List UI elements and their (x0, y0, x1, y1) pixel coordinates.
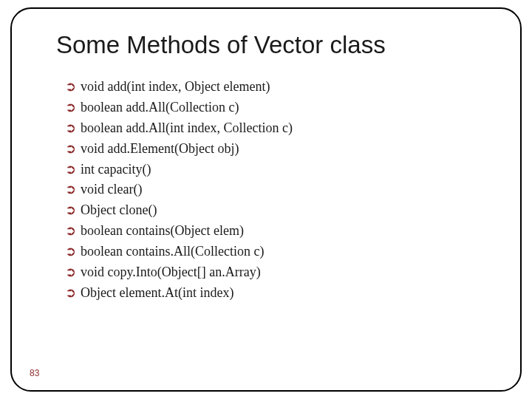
method-text: Object clone() (81, 200, 157, 221)
slide-title: Some Methods of Vector class (56, 31, 491, 59)
method-text: void add(int index, Object element) (81, 77, 270, 98)
method-text: Object element.At(int index) (81, 283, 233, 304)
bullet-icon: ➲ (65, 242, 76, 262)
list-item: ➲ void add.Element(Object obj) (65, 139, 491, 160)
method-text: boolean add.All(Collection c) (81, 98, 239, 118)
list-item: ➲ boolean contains(Object elem) (65, 221, 491, 242)
bullet-icon: ➲ (65, 262, 76, 283)
bullet-icon: ➲ (65, 139, 76, 160)
list-item: ➲ boolean contains.All(Collection c) (65, 242, 491, 262)
bullet-icon: ➲ (65, 200, 76, 221)
list-item: ➲ int capacity() (65, 160, 491, 180)
list-item: ➲ void copy.Into(Object[] an.Array) (65, 262, 491, 283)
method-text: boolean contains.All(Collection c) (81, 242, 264, 262)
bullet-icon: ➲ (65, 180, 76, 200)
method-list: ➲ void add(int index, Object element) ➲ … (56, 77, 491, 304)
bullet-icon: ➲ (65, 118, 76, 139)
method-text: boolean add.All(int index, Collection c) (81, 118, 293, 139)
method-text: void add.Element(Object obj) (81, 139, 239, 160)
method-text: void copy.Into(Object[] an.Array) (81, 262, 261, 283)
bullet-icon: ➲ (65, 77, 76, 98)
page-number: 83 (30, 368, 39, 378)
method-text: int capacity() (81, 160, 151, 180)
bullet-icon: ➲ (65, 98, 76, 118)
list-item: ➲ boolean add.All(Collection c) (65, 98, 491, 118)
list-item: ➲ boolean add.All(int index, Collection … (65, 118, 491, 139)
list-item: ➲ void add(int index, Object element) (65, 77, 491, 98)
method-text: void clear() (81, 180, 142, 200)
bullet-icon: ➲ (65, 160, 76, 180)
list-item: ➲ Object element.At(int index) (65, 283, 491, 304)
list-item: ➲ void clear() (65, 180, 491, 200)
bullet-icon: ➲ (65, 221, 76, 242)
method-text: boolean contains(Object elem) (81, 221, 244, 242)
list-item: ➲ Object clone() (65, 200, 491, 221)
bullet-icon: ➲ (65, 283, 76, 304)
slide-frame: Some Methods of Vector class ➲ void add(… (10, 7, 522, 392)
